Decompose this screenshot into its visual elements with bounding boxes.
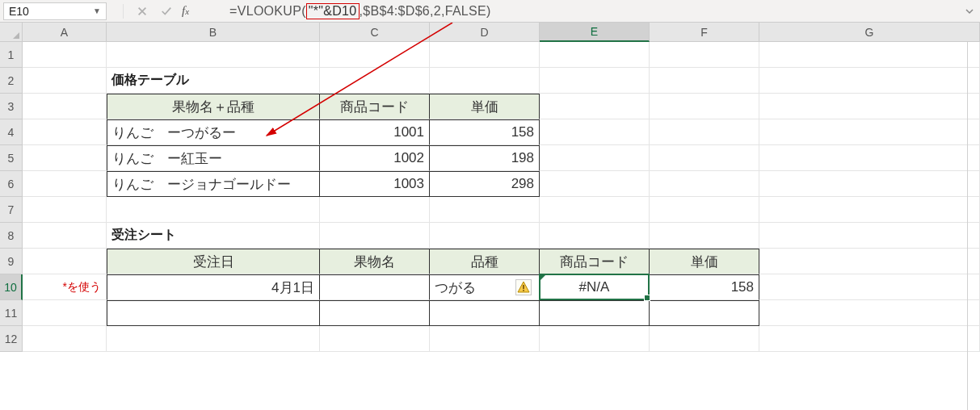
cell-B6[interactable]: りんご ージョナゴールドー — [107, 171, 320, 197]
cell-E8[interactable] — [540, 223, 650, 249]
cell-C7[interactable] — [320, 197, 430, 223]
cell-A5[interactable] — [23, 145, 107, 171]
cell-G7[interactable] — [759, 197, 980, 223]
cancel-formula-button[interactable] — [132, 2, 153, 20]
row-header-10[interactable]: 10 — [0, 274, 23, 300]
cell-A3[interactable] — [23, 94, 107, 119]
cell-G3[interactable] — [759, 94, 980, 119]
column-header-C[interactable]: C — [320, 23, 430, 42]
cell-B4[interactable]: りんご ーつがるー — [107, 119, 320, 145]
cell-B12[interactable] — [107, 326, 320, 352]
select-all-corner[interactable] — [0, 23, 23, 42]
cell-A6[interactable] — [23, 171, 107, 197]
cell-F7[interactable] — [650, 197, 759, 223]
cell-C11[interactable] — [320, 300, 430, 326]
cell-A4[interactable] — [23, 119, 107, 145]
cell-B8[interactable]: 受注シート — [107, 223, 320, 249]
expand-formula-bar-button[interactable] — [962, 0, 977, 22]
cell-F9[interactable]: 単価 — [650, 249, 759, 274]
cell-F10[interactable]: 158 — [650, 274, 759, 300]
cell-B11[interactable] — [107, 300, 320, 326]
cell-C12[interactable] — [320, 326, 430, 352]
cell-G8[interactable] — [759, 223, 980, 249]
cell-D9[interactable]: 品種 — [430, 249, 540, 274]
cell-B10[interactable]: 4月1日 — [107, 274, 320, 300]
cell-D7[interactable] — [430, 197, 540, 223]
cell-F3[interactable] — [650, 94, 759, 119]
cell-A12[interactable] — [23, 326, 107, 352]
cell-F11[interactable] — [650, 300, 759, 326]
row-header-3[interactable]: 3 — [0, 94, 23, 119]
name-box[interactable]: E10 ▼ — [3, 2, 107, 20]
cell-G1[interactable] — [759, 42, 980, 68]
row-header-6[interactable]: 6 — [0, 171, 23, 197]
row-header-9[interactable]: 9 — [0, 249, 23, 274]
cell-A9[interactable] — [23, 249, 107, 274]
cell-C10[interactable] — [320, 274, 430, 300]
formula-input[interactable]: =VLOOKUP("*"&D10,$B$4:$D$6,2,FALSE) — [197, 2, 959, 20]
cell-G5[interactable] — [759, 145, 980, 171]
cell-E2[interactable] — [540, 68, 650, 94]
cell-B9[interactable]: 受注日 — [107, 249, 320, 274]
cell-D5[interactable]: 198 — [430, 145, 540, 171]
error-trace-button[interactable] — [515, 279, 532, 295]
column-header-A[interactable]: A — [23, 23, 107, 42]
cell-B5[interactable]: りんご ー紅玉ー — [107, 145, 320, 171]
cell-F5[interactable] — [650, 145, 759, 171]
cell-E3[interactable] — [540, 94, 650, 119]
cell-F4[interactable] — [650, 119, 759, 145]
cell-D8[interactable] — [430, 223, 540, 249]
chevron-down-icon[interactable]: ▼ — [93, 6, 101, 15]
cell-C2[interactable] — [320, 68, 430, 94]
cell-D6[interactable]: 298 — [430, 171, 540, 197]
cell-C5[interactable]: 1002 — [320, 145, 430, 171]
cell-A7[interactable] — [23, 197, 107, 223]
cell-B7[interactable] — [107, 197, 320, 223]
cell-F1[interactable] — [650, 42, 759, 68]
cell-D12[interactable] — [430, 326, 540, 352]
cell-G4[interactable] — [759, 119, 980, 145]
cell-D1[interactable] — [430, 42, 540, 68]
cell-F8[interactable] — [650, 223, 759, 249]
cell-C6[interactable]: 1003 — [320, 171, 430, 197]
row-header-12[interactable]: 12 — [0, 326, 23, 352]
cell-G10[interactable] — [759, 274, 980, 300]
row-header-7[interactable]: 7 — [0, 197, 23, 223]
cell-G2[interactable] — [759, 68, 980, 94]
cell-E5[interactable] — [540, 145, 650, 171]
cell-F6[interactable] — [650, 171, 759, 197]
cell-C1[interactable] — [320, 42, 430, 68]
cell-D11[interactable] — [430, 300, 540, 326]
cell-D2[interactable] — [430, 68, 540, 94]
cell-E7[interactable] — [540, 197, 650, 223]
cell-A8[interactable] — [23, 223, 107, 249]
cell-A11[interactable] — [23, 300, 107, 326]
cell-E6[interactable] — [540, 171, 650, 197]
row-header-4[interactable]: 4 — [0, 119, 23, 145]
cell-C4[interactable]: 1001 — [320, 119, 430, 145]
column-header-B[interactable]: B — [107, 23, 320, 42]
column-header-F[interactable]: F — [650, 23, 759, 42]
cell-E4[interactable] — [540, 119, 650, 145]
cell-A2[interactable] — [23, 68, 107, 94]
cell-E12[interactable] — [540, 326, 650, 352]
enter-formula-button[interactable] — [156, 2, 177, 20]
row-header-11[interactable]: 11 — [0, 300, 23, 326]
row-header-8[interactable]: 8 — [0, 223, 23, 249]
cell-C3[interactable]: 商品コード — [320, 94, 430, 119]
column-header-G[interactable]: G — [759, 23, 980, 42]
column-header-E[interactable]: E — [540, 23, 650, 42]
cell-B1[interactable] — [107, 42, 320, 68]
cell-G12[interactable] — [759, 326, 980, 352]
cell-G9[interactable] — [759, 249, 980, 274]
cell-F12[interactable] — [650, 326, 759, 352]
cell-F2[interactable] — [650, 68, 759, 94]
cell-A10[interactable]: *を使う — [23, 274, 107, 300]
cell-C9[interactable]: 果物名 — [320, 249, 430, 274]
cell-E11[interactable] — [540, 300, 650, 326]
cell-D4[interactable]: 158 — [430, 119, 540, 145]
cell-A1[interactable] — [23, 42, 107, 68]
row-header-2[interactable]: 2 — [0, 68, 23, 94]
cell-E10[interactable]: #N/A — [540, 274, 650, 300]
cell-G6[interactable] — [759, 171, 980, 197]
